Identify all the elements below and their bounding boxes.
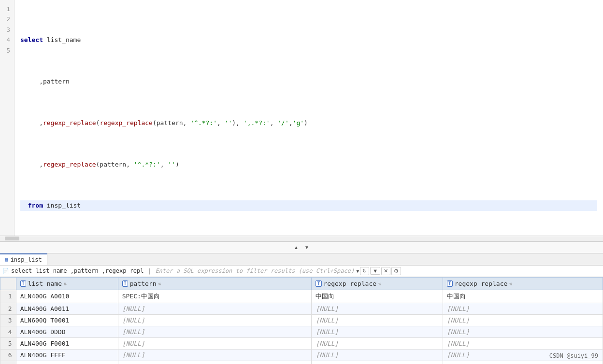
cell-list-name[interactable]: ALN400G FFFF	[16, 349, 118, 361]
cell-pattern[interactable]: [NULL]	[118, 326, 312, 337]
data-table: T list_name ⇅ T pattern ⇅	[0, 277, 603, 364]
cell-regexp1[interactable]: [NULL]	[312, 314, 443, 326]
row-number: 7	[0, 361, 16, 364]
cell-regexp2[interactable]: USA	[443, 361, 603, 364]
filter-bar[interactable]: 📄 select list_name ,pattern ,regexp_repl…	[0, 266, 603, 277]
table-header-row: T list_name ⇅ T pattern ⇅	[0, 277, 603, 290]
row-number: 6	[0, 349, 16, 361]
code-line-2: ,pattern	[20, 76, 597, 86]
code-line-5: from insp_list	[20, 200, 597, 210]
scroll-thumb[interactable]	[5, 237, 19, 240]
filter-dropdown-arrow[interactable]: ▼	[356, 268, 359, 274]
watermark: CSDN @suiyi_99	[549, 352, 598, 359]
cell-list-name[interactable]: ALN400G A0011	[16, 303, 118, 314]
cell-regexp1[interactable]: [NULL]	[312, 349, 443, 361]
table-row[interactable]: 6ALN400G FFFF[NULL][NULL][NULL]	[0, 349, 603, 361]
cell-regexp1[interactable]: 中国向	[312, 290, 443, 303]
col-label-regexp2: regexp_replace	[455, 280, 508, 287]
cell-regexp1[interactable]: [NULL]	[312, 337, 443, 349]
row-num-header	[0, 277, 16, 290]
cell-pattern[interactable]: [NULL]	[118, 349, 312, 361]
cell-regexp2[interactable]: 中国向	[443, 290, 603, 303]
cell-pattern[interactable]: [NULL]	[118, 303, 312, 314]
cell-list-name[interactable]: ALN400G F9999	[16, 361, 118, 364]
col-type-icon-regexp1: T	[316, 280, 321, 287]
sort-icon-pattern[interactable]: ⇅	[158, 281, 161, 286]
cell-list-name[interactable]: ALN400G A0010	[16, 290, 118, 303]
cell-pattern[interactable]: SPEC:USA	[118, 361, 312, 364]
table-row[interactable]: 5ALN400G F0001[NULL][NULL][NULL]	[0, 337, 603, 349]
cell-regexp2[interactable]: [NULL]	[443, 314, 603, 326]
filter-funnel-button[interactable]: ▼	[370, 267, 380, 275]
code-line-4: ,regexp_replace(pattern, '^.*?:', '')	[20, 159, 597, 169]
table-row[interactable]: 4ALN400G DDDD[NULL][NULL][NULL]	[0, 326, 603, 337]
cell-regexp2[interactable]: [NULL]	[443, 326, 603, 337]
row-number: 4	[0, 326, 16, 337]
line-numbers: 1 2 3 4 5	[0, 0, 14, 236]
cell-pattern[interactable]: [NULL]	[118, 314, 312, 326]
table-body: 1ALN400G A0010SPEC:中国向中国向中国向2ALN400G A00…	[0, 290, 603, 364]
filter-toolbar: ▼ ↻ ▼ ✕ ⚙	[356, 267, 401, 275]
col-header-list-name: T list_name ⇅	[16, 277, 118, 290]
col-label-list-name: list_name	[28, 280, 62, 287]
cell-regexp1[interactable]: USA	[312, 361, 443, 364]
filter-doc-icon: 📄	[2, 268, 9, 274]
sort-icon-regexp2[interactable]: ⇅	[509, 281, 512, 286]
table-row[interactable]: 3ALN600Q T0001[NULL][NULL][NULL]	[0, 314, 603, 326]
filter-refresh-button[interactable]: ↻	[360, 267, 369, 275]
cell-regexp1[interactable]: [NULL]	[312, 303, 443, 314]
code-area[interactable]: select list_name ,pattern ,regexp_replac…	[14, 0, 603, 236]
col-label-pattern: pattern	[130, 280, 157, 287]
code-line-3: ,regexp_replace(regexp_replace(pattern, …	[20, 118, 597, 128]
col-type-icon-list-name: T	[20, 280, 26, 287]
arrow-up[interactable]: ▲	[292, 244, 301, 251]
filter-placeholder-text: Enter a SQL expression to filter results…	[155, 267, 354, 274]
row-number: 2	[0, 303, 16, 314]
sort-icon-list-name[interactable]: ⇅	[64, 281, 67, 286]
nav-arrows: ▲ ▼	[0, 242, 603, 253]
results-panel: ▦ insp_list 📄 select list_name ,pattern …	[0, 253, 603, 364]
cell-list-name[interactable]: ALN600Q T0001	[16, 314, 118, 326]
col-label-regexp1: regexp_replace	[324, 280, 377, 287]
table-row[interactable]: 7ALN400G F9999SPEC:USAUSAUSA	[0, 361, 603, 364]
cell-list-name[interactable]: ALN400G F0001	[16, 337, 118, 349]
results-tab-insp-list[interactable]: ▦ insp_list	[0, 253, 47, 265]
filter-value-text: select list_name ,pattern ,regexp_repl	[11, 267, 144, 274]
col-type-icon-regexp2: T	[447, 280, 453, 287]
filter-separator: |	[148, 267, 152, 275]
col-header-regexp2: T regexp_replace ⇅	[443, 277, 603, 290]
tab-label: insp_list	[11, 256, 42, 263]
horizontal-scrollbar[interactable]	[0, 236, 603, 242]
col-header-regexp1: T regexp_replace ⇅	[312, 277, 443, 290]
sql-editor[interactable]: 1 2 3 4 5 select list_name ,pattern ,reg…	[0, 0, 603, 236]
table-icon: ▦	[5, 256, 8, 263]
row-number: 5	[0, 337, 16, 349]
row-number: 1	[0, 290, 16, 303]
cell-regexp2[interactable]: [NULL]	[443, 337, 603, 349]
filter-clear-button[interactable]: ✕	[381, 267, 390, 275]
row-number: 3	[0, 314, 16, 326]
cell-pattern[interactable]: [NULL]	[118, 337, 312, 349]
cell-regexp1[interactable]: [NULL]	[312, 326, 443, 337]
cell-pattern[interactable]: SPEC:中国向	[118, 290, 312, 303]
cell-regexp2[interactable]: [NULL]	[443, 303, 603, 314]
col-header-pattern: T pattern ⇅	[118, 277, 312, 290]
cell-list-name[interactable]: ALN400G DDDD	[16, 326, 118, 337]
arrow-down[interactable]: ▼	[302, 244, 311, 251]
table-row[interactable]: 2ALN400G A0011[NULL][NULL][NULL]	[0, 303, 603, 314]
col-type-icon-pattern: T	[122, 280, 128, 287]
filter-settings-button[interactable]: ⚙	[391, 267, 401, 275]
data-table-wrapper[interactable]: T list_name ⇅ T pattern ⇅	[0, 277, 603, 364]
results-tab-bar: ▦ insp_list	[0, 253, 603, 266]
code-line-1: select list_name	[20, 35, 597, 45]
table-row[interactable]: 1ALN400G A0010SPEC:中国向中国向中国向	[0, 290, 603, 303]
sort-icon-regexp1[interactable]: ⇅	[378, 281, 381, 286]
